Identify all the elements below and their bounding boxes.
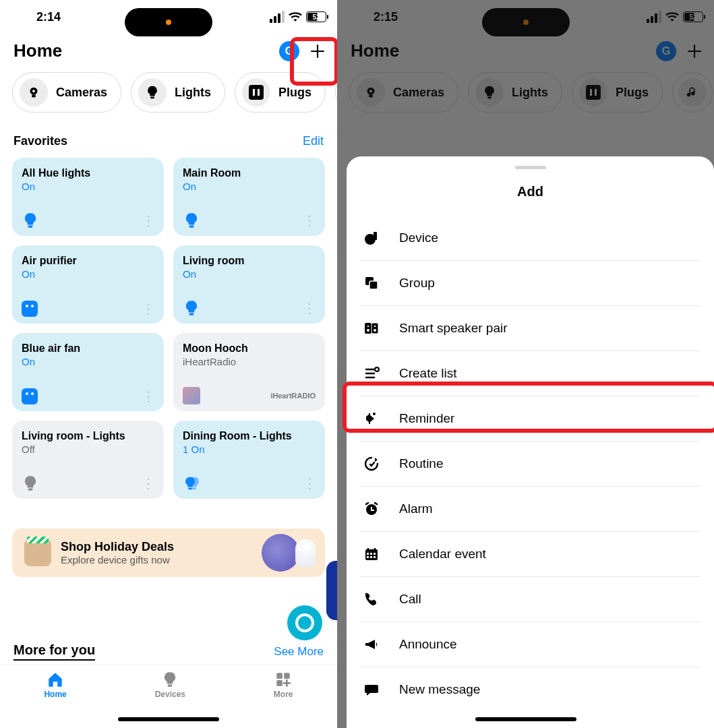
more-icon[interactable]: ⋮	[303, 306, 316, 310]
svg-rect-16	[369, 95, 373, 98]
sheet-item-calendar[interactable]: Calendar event	[360, 532, 701, 577]
plus-icon	[309, 42, 326, 60]
svg-point-1	[32, 90, 35, 92]
chip-cameras[interactable]: Cameras	[12, 72, 121, 113]
svg-rect-35	[367, 556, 369, 558]
bulb-icon	[22, 212, 39, 229]
favorite-tile[interactable]: Moon HoochiHeartRadioiHeartRADIO	[173, 333, 325, 411]
tab-home[interactable]: Home	[44, 671, 66, 699]
svg-point-29	[373, 413, 376, 415]
home-indicator	[118, 717, 219, 721]
more-icon[interactable]: ⋮	[142, 218, 154, 222]
sheet-item-speaker-pair[interactable]: Smart speaker pair	[360, 306, 701, 351]
album-art-icon	[183, 387, 200, 404]
status-time: 2:15	[374, 10, 398, 24]
svg-rect-21	[369, 281, 378, 289]
sheet-item-label: Reminder	[399, 411, 454, 426]
more-icon[interactable]: ⋮	[142, 394, 154, 398]
bulb-icon	[183, 212, 200, 229]
favorite-tile[interactable]: Living roomOn⋮	[173, 245, 325, 324]
favorite-tile[interactable]: Main RoomOn⋮	[173, 158, 325, 236]
more-icon[interactable]: ⋮	[303, 218, 316, 222]
echo-icon	[262, 534, 299, 572]
more-icon[interactable]: ⋮	[142, 307, 154, 311]
cellular-icon	[647, 11, 661, 23]
page-title: Home	[351, 40, 399, 61]
sheet-item-message[interactable]: New message	[360, 667, 701, 712]
home-icon	[47, 671, 64, 688]
favorite-tile[interactable]: Living room - LightsOff⋮	[12, 421, 164, 499]
sheet-item-call[interactable]: Call	[360, 577, 701, 622]
chip-lights[interactable]: Lights	[468, 72, 562, 113]
plus-icon	[686, 42, 703, 60]
svg-rect-4	[28, 226, 33, 228]
svg-rect-17	[487, 96, 492, 98]
sheet-item-reminder[interactable]: Reminder	[360, 396, 701, 442]
svg-rect-33	[370, 553, 372, 555]
see-more-link[interactable]: See More	[274, 645, 324, 659]
chip-label: Cameras	[56, 86, 107, 100]
sheet-grabber[interactable]	[515, 166, 546, 169]
promo-title: Shop Holiday Deals	[61, 540, 174, 554]
svg-rect-19	[374, 232, 377, 240]
add-button[interactable]	[684, 41, 705, 61]
svg-rect-23	[371, 323, 378, 334]
sheet-item-label: Smart speaker pair	[399, 321, 508, 336]
favorite-tile[interactable]: Blue air fanOn⋮	[12, 333, 164, 411]
switch-icon	[22, 301, 38, 317]
tab-devices[interactable]: Devices	[155, 671, 185, 699]
sheet-item-label: Group	[399, 276, 435, 291]
more-icon[interactable]: ⋮	[303, 481, 316, 485]
favorite-tile[interactable]: Air purifierOn⋮	[12, 245, 164, 324]
more-icon[interactable]: ⋮	[142, 481, 154, 485]
status-time: 2:14	[36, 10, 61, 24]
package-icon	[24, 539, 51, 566]
promo-banner[interactable]: Shop Holiday DealsExplore device gifts n…	[12, 528, 325, 577]
dynamic-island	[125, 8, 212, 36]
tab-label: More	[274, 690, 293, 699]
svg-rect-36	[370, 556, 372, 558]
status-right: 52	[270, 11, 326, 23]
favorite-tile[interactable]: All Hue lightsOn⋮	[12, 158, 164, 236]
chip-lights[interactable]: Lights	[131, 72, 225, 113]
chip-plugs[interactable]: Plugs	[235, 72, 326, 113]
svg-point-27	[374, 329, 376, 332]
svg-rect-34	[374, 553, 376, 555]
chip-cameras[interactable]: Cameras	[349, 72, 458, 113]
sheet-item-device[interactable]: Device	[360, 216, 701, 261]
add-button[interactable]	[307, 41, 328, 61]
svg-rect-12	[284, 673, 290, 679]
alexa-fab[interactable]	[287, 605, 322, 640]
status-right: 52	[647, 11, 703, 23]
sheet-item-create-list[interactable]: Create list	[360, 351, 701, 396]
favorites-header: Favorites Edit	[0, 125, 337, 155]
sheet-item-group[interactable]: Group	[360, 261, 701, 306]
page-header: Home G	[337, 34, 714, 69]
sheet-title: Add	[347, 184, 714, 200]
svg-rect-32	[367, 553, 369, 555]
chip-plugs[interactable]: Plugs	[572, 72, 663, 113]
tab-more[interactable]: More	[274, 671, 293, 699]
alarm-icon	[363, 500, 380, 518]
promo-subtitle: Explore device gifts now	[61, 554, 174, 566]
more-for-you-title: More for you	[13, 642, 95, 661]
svg-point-24	[367, 326, 369, 327]
sheet-item-routine[interactable]: Routine	[360, 442, 701, 487]
chip-music[interactable]	[672, 72, 713, 113]
group-icon	[363, 274, 380, 292]
chip-label: Cameras	[393, 86, 444, 100]
phone-left: 2:14 52 Home G Cameras Lights Plugs Favo…	[0, 0, 337, 728]
promo-peek[interactable]	[326, 561, 337, 620]
avatar[interactable]: G	[279, 41, 299, 61]
svg-rect-37	[374, 556, 376, 558]
routine-icon	[363, 455, 380, 473]
sheet-item-label: New message	[399, 682, 480, 697]
battery-icon: 52	[306, 11, 326, 22]
favorites-edit-link[interactable]: Edit	[303, 134, 324, 148]
sheet-item-announce[interactable]: Announce	[360, 622, 701, 667]
sheet-item-alarm[interactable]: Alarm	[360, 487, 701, 532]
avatar[interactable]: G	[656, 41, 676, 61]
favorite-tile[interactable]: Dining Room - Lights1 On⋮	[173, 421, 325, 499]
more-for-you-header: More for you See More	[0, 642, 337, 661]
svg-point-26	[367, 329, 369, 332]
